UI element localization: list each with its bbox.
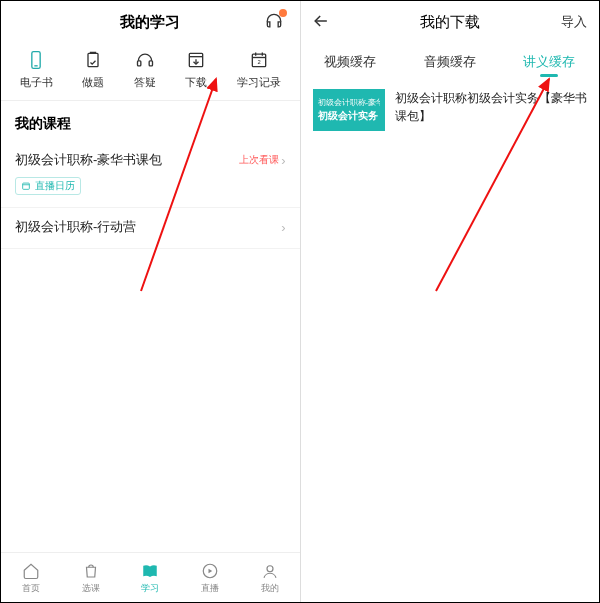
back-button[interactable] — [311, 11, 331, 34]
bottom-nav: 首页 选课 学习 直播 我的 — [1, 552, 300, 602]
cache-tabs: 视频缓存 音频缓存 讲义缓存 — [301, 43, 600, 79]
chevron-right-icon: › — [281, 153, 285, 168]
section-my-courses: 我的课程 — [1, 101, 300, 141]
svg-rect-3 — [137, 61, 140, 66]
svg-text:2: 2 — [257, 59, 260, 65]
tab-study[interactable]: 学习 — [140, 561, 160, 595]
play-circle-icon — [200, 561, 220, 581]
header: 我的学习 — [1, 1, 300, 43]
tab-live[interactable]: 直播 — [200, 561, 220, 595]
arrow-left-icon — [311, 11, 331, 31]
nav-practice[interactable]: 做题 — [82, 49, 104, 90]
course-name: 初级会计职称-行动营 — [15, 218, 136, 236]
book-icon — [140, 561, 160, 581]
tab-label: 直播 — [201, 582, 219, 595]
top-nav: 电子书 做题 答疑 下载 2 — [1, 43, 300, 101]
thumbnail-line2: 初级会计实务 — [318, 109, 380, 122]
thumbnail: 初级会计职称-豪华... 初级会计实务 — [313, 89, 385, 131]
download-title: 初级会计职称初级会计实务【豪华书课包】 — [395, 89, 588, 125]
download-icon — [185, 49, 207, 71]
course-name: 初级会计职称-豪华书课包 — [15, 151, 162, 169]
user-icon — [260, 561, 280, 581]
tab-courses[interactable]: 选课 — [81, 561, 101, 595]
chevron-right-icon: › — [281, 220, 285, 235]
svg-rect-8 — [23, 183, 30, 189]
page-title: 我的学习 — [120, 13, 180, 32]
tab-video-cache[interactable]: 视频缓存 — [324, 49, 376, 79]
my-study-screen: 我的学习 电子书 做题 — [1, 1, 300, 602]
tab-label: 首页 — [22, 582, 40, 595]
tab-label: 我的 — [261, 582, 279, 595]
nav-label: 学习记录 — [237, 75, 281, 90]
thumbnail-line1: 初级会计职称-豪华... — [318, 98, 380, 108]
calendar-small-icon — [21, 181, 31, 191]
svg-point-10 — [267, 565, 273, 571]
course-item[interactable]: 初级会计职称-豪华书课包 上次看课 › 直播日历 — [1, 141, 300, 208]
nav-history[interactable]: 2 学习记录 — [237, 49, 281, 90]
tab-audio-cache[interactable]: 音频缓存 — [424, 49, 476, 79]
nav-ebook[interactable]: 电子书 — [20, 49, 53, 90]
last-watched-tag[interactable]: 上次看课 › — [239, 153, 285, 168]
nav-download[interactable]: 下载 — [185, 49, 207, 90]
tab-handout-cache[interactable]: 讲义缓存 — [523, 49, 575, 79]
svg-rect-4 — [149, 61, 152, 66]
tab-label: 选课 — [82, 582, 100, 595]
course-item[interactable]: 初级会计职称-行动营 › — [1, 208, 300, 249]
nav-label: 答疑 — [134, 75, 156, 90]
nav-label: 电子书 — [20, 75, 53, 90]
nav-label: 下载 — [185, 75, 207, 90]
import-button[interactable]: 导入 — [561, 13, 587, 31]
ebook-icon — [25, 49, 47, 71]
header: 我的下载 导入 — [301, 1, 600, 43]
svg-rect-2 — [88, 53, 98, 66]
live-calendar-tag[interactable]: 直播日历 — [15, 177, 81, 195]
tab-home[interactable]: 首页 — [21, 561, 41, 595]
home-icon — [21, 561, 41, 581]
bag-icon — [81, 561, 101, 581]
calendar-icon: 2 — [248, 49, 270, 71]
tab-me[interactable]: 我的 — [260, 561, 280, 595]
nav-label: 做题 — [82, 75, 104, 90]
my-downloads-screen: 我的下载 导入 视频缓存 音频缓存 讲义缓存 初级会计职称-豪华... 初级会计… — [301, 1, 600, 602]
page-title: 我的下载 — [420, 13, 480, 32]
clipboard-icon — [82, 49, 104, 71]
headphones-icon — [134, 49, 156, 71]
download-item[interactable]: 初级会计职称-豪华... 初级会计实务 初级会计职称初级会计实务【豪华书课包】 — [301, 79, 600, 141]
tab-label: 学习 — [141, 582, 159, 595]
support-icon[interactable] — [264, 11, 284, 34]
nav-qa[interactable]: 答疑 — [134, 49, 156, 90]
notification-dot — [279, 9, 287, 17]
